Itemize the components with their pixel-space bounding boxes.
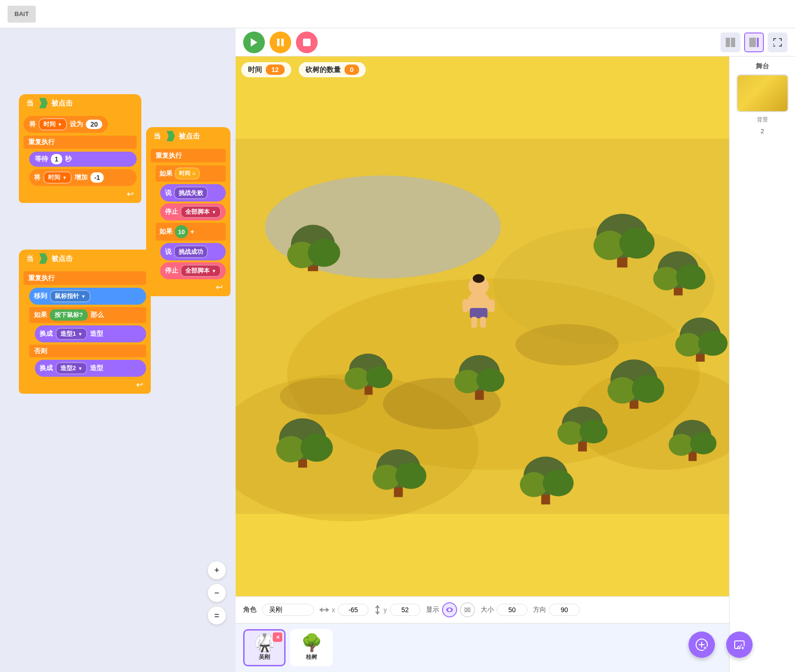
pause-button[interactable] [270,32,291,53]
direction-input[interactable] [549,604,580,616]
sprite-icon-guishu: 🌳 [301,634,322,651]
timer-script-body: 将 时间 ▼ 设为 20 重复执行 [19,112,141,203]
stage-sidebar: 舞台 背景 2 [729,57,795,672]
stop-button[interactable] [296,32,318,53]
stage-sidebar-title: 舞台 [756,62,769,71]
game-background [236,57,729,596]
else-body: 换成 造型2 ▼ 造型 [35,360,146,377]
fullscreen-button[interactable] [768,32,787,52]
x-label: x [332,606,335,614]
mouse-pointer-dropdown[interactable]: 鼠标指针 ▼ [50,290,90,302]
svg-marker-0 [251,38,257,47]
size-input[interactable] [497,604,527,616]
zoom-out-button[interactable]: − [207,583,226,602]
flag-icon-1 [37,98,48,108]
svg-rect-71 [462,299,468,312]
stop-all-2-dropdown[interactable]: 全部脚本 ▼ [180,265,221,277]
mouse-script-inner: 移到 鼠标指针 ▼ 如果 按下鼠标? 那么 [29,288,146,377]
costume2-dropdown[interactable]: 造型2 ▼ [56,362,87,374]
svg-point-20 [308,239,340,267]
zoom-reset-button[interactable]: = [207,606,226,625]
stage-thumbnail[interactable] [737,74,788,112]
svg-point-15 [516,324,619,365]
stop-all-1-block: 停止 全部脚本 ▼ [160,203,226,220]
costume1-block: 换成 造型1 ▼ 造型 [35,325,146,342]
svg-rect-4 [726,38,730,47]
y-coord-group: y [374,604,420,616]
visibility-group: 显示 [426,602,475,617]
move-to-mouse-block: 移到 鼠标指针 ▼ [29,288,146,305]
say-fail-text[interactable]: 挑战失败 [174,186,208,199]
svg-point-24 [619,228,655,259]
if-score-10: 如果 10 + [156,223,226,241]
event-hat-mid: 当 被点击 [146,127,230,145]
time-var-dropdown[interactable]: 时间 ▼ [39,118,67,130]
time-value-badge: 12 [266,65,285,75]
y-arrows-icon [374,605,381,615]
mouse-click-condition: 按下鼠标? [50,309,88,321]
win-lose-body: 重复执行 如果 时间 = [146,145,230,296]
svg-rect-1 [277,39,279,46]
hide-button[interactable] [460,602,475,617]
svg-point-64 [366,366,393,388]
stop-all-2-block: 停止 全部脚本 ▼ [160,262,226,279]
right-panel: 时间 12 砍树的数量 0 [236,28,795,672]
layout-split-button[interactable] [721,32,740,52]
change-value-input[interactable]: -1 [90,172,104,183]
svg-point-27 [653,267,680,290]
show-label: 显示 [426,606,439,614]
time-hud: 时间 12 [241,62,291,77]
zoom-in-button[interactable]: + [207,561,226,580]
stage-controls-bar [236,28,795,57]
green-flag-button[interactable] [243,32,265,53]
svg-rect-5 [731,38,735,47]
flag-icon-2 [37,253,48,264]
time-var-dropdown-2[interactable]: 时间 ▼ [43,171,72,184]
sprite-delete-btn-1[interactable]: ✕ [273,632,282,642]
sprite-card-wugang[interactable]: ✕ 🥋 吴刚 [243,629,286,666]
sprite-info-panel: 角色 x y [236,596,729,623]
set-value-input[interactable]: 20 [86,120,103,129]
costume2-block: 换成 造型2 ▼ 造型 [35,360,146,377]
timer-script-block: 当 被点击 将 时间 ▼ 设为 [19,94,141,203]
svg-point-56 [476,368,504,392]
trees-hud: 砍树的数量 0 [299,62,366,77]
sprite-card-guishu[interactable]: 🌳 桂树 [290,629,333,666]
svg-point-60 [690,432,716,454]
say-fail-block: 说 挑战失败 [160,184,226,202]
svg-rect-7 [757,38,759,47]
costume1-dropdown[interactable]: 造型1 ▼ [56,328,87,340]
sprite-name-wugang: 吴刚 [259,653,270,661]
svg-point-67 [473,274,484,283]
sprite-icon-wugang: 🥋 [254,634,275,651]
direction-group: 方向 [533,604,580,616]
say-win-text[interactable]: 挑战成功 [174,245,208,258]
y-input[interactable] [390,604,420,616]
svg-point-48 [543,470,574,496]
add-stage-fab[interactable] [726,632,753,658]
svg-point-32 [698,331,728,356]
sprites-list: ✕ 🥋 吴刚 🌳 桂树 [236,623,729,672]
loop-arrow-1: ↩ [24,189,137,199]
layout-stage-button[interactable] [744,32,764,52]
if-mouse-block: 如果 按下鼠标? 那么 [29,307,146,323]
event-text-1: 被点击 [51,99,73,108]
else-label: 否则 [29,345,146,357]
x-input[interactable] [338,604,369,616]
size-label: 大小 [481,606,494,614]
stage-bg-label: 背景 [757,116,768,124]
direction-label: 方向 [533,606,546,614]
stop-all-1-dropdown[interactable]: 全部脚本 ▼ [180,206,221,218]
add-sprite-fab[interactable] [688,632,715,658]
set-time-row: 将 时间 ▼ 设为 20 [24,116,137,133]
event-label-1: 当 [26,99,33,108]
sprite-name-input[interactable] [262,604,314,616]
sprite-name-guishu: 桂树 [306,653,317,661]
lose-body: 说 挑战失败 停止 全部脚本 ▼ [160,184,226,220]
win-lose-inner: 如果 时间 = 说 挑战失败 [156,165,226,279]
wait-value[interactable]: 1 [51,154,62,164]
event-hat-1: 当 被点击 [19,94,141,112]
event-hat-2: 当 被点击 [19,250,151,267]
show-button[interactable] [442,602,457,617]
svg-rect-2 [281,39,284,46]
